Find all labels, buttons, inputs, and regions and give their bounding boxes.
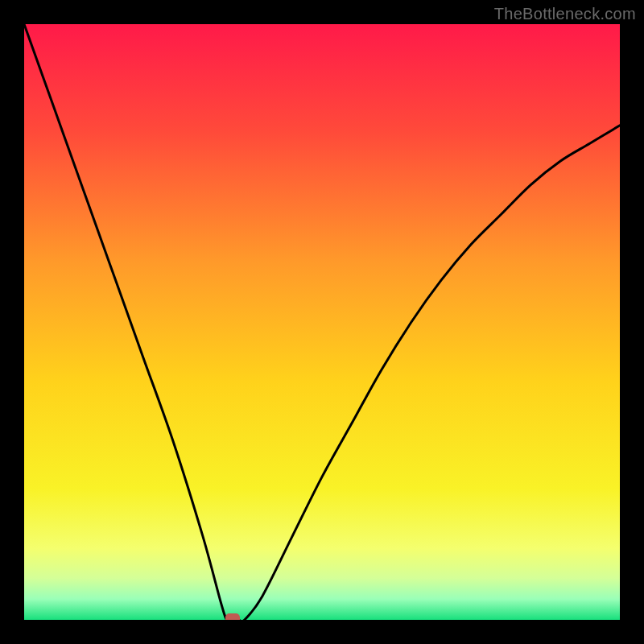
chart-frame: TheBottleneck.com	[0, 0, 644, 644]
chart-svg	[24, 24, 620, 620]
optimum-marker	[225, 613, 240, 620]
plot-area	[24, 24, 620, 620]
gradient-background	[24, 24, 620, 620]
watermark-text: TheBottleneck.com	[494, 5, 636, 23]
